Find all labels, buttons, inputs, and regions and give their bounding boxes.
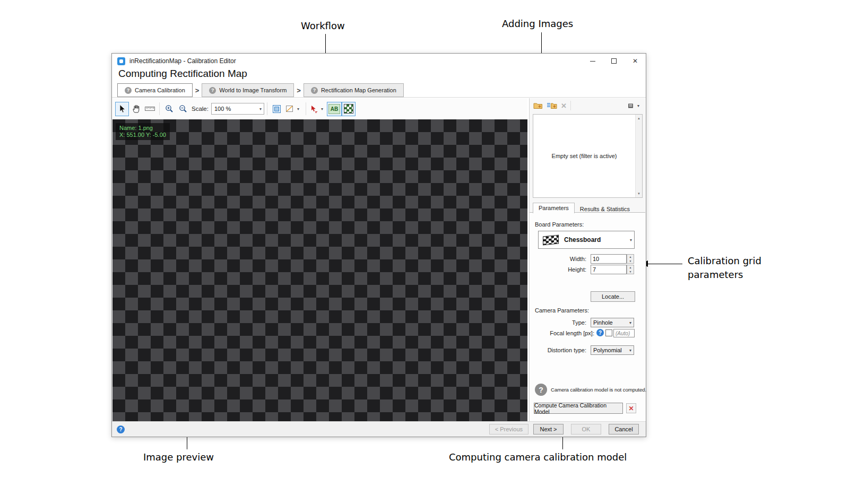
- screenshot-root: Workflow Adding Images Calibration grid …: [0, 0, 849, 504]
- empty-set-message: Empty set (filter is active): [533, 153, 635, 159]
- close-button[interactable]: ✕: [625, 54, 646, 68]
- maximize-button[interactable]: [603, 54, 625, 68]
- tab-world-to-image-transform[interactable]: ? World to Image Transform: [202, 83, 294, 97]
- add-image-series-button[interactable]: [547, 102, 557, 109]
- app-icon: [117, 57, 125, 65]
- pan-tool-button[interactable]: [129, 102, 143, 116]
- tab-results-statistics[interactable]: Results & Statistics: [575, 204, 635, 213]
- chevron-down-icon[interactable]: ▾: [257, 107, 264, 111]
- close-icon: ✕: [633, 57, 638, 65]
- annotation-adding-images: Adding Images: [502, 18, 573, 29]
- preview-cursor-coords: X: 551.00 Y: -5.00: [119, 132, 166, 138]
- tab-parameters[interactable]: Parameters: [533, 203, 575, 213]
- camera-type-value: Pinhole: [591, 319, 627, 326]
- zoom-out-button[interactable]: [176, 102, 190, 116]
- add-images-button[interactable]: [533, 102, 543, 109]
- help-icon[interactable]: ?: [117, 425, 125, 433]
- focal-length-input[interactable]: [613, 329, 635, 337]
- spinner-up-button[interactable]: ▲: [627, 265, 634, 270]
- help-icon: ?: [311, 87, 318, 94]
- help-icon: ?: [125, 87, 132, 94]
- help-icon: ?: [209, 87, 216, 94]
- select-tool-button[interactable]: [115, 102, 129, 116]
- view-options-button[interactable]: ▾: [628, 103, 642, 109]
- page-title: Computing Rectification Map: [118, 68, 247, 80]
- board-type-select[interactable]: Chessboard ▾: [538, 231, 635, 249]
- chevron-down-icon[interactable]: ▾: [295, 107, 301, 111]
- show-labels-button[interactable]: AB: [327, 102, 342, 116]
- annotation-computing-model: Computing camera calibration model: [449, 451, 627, 463]
- model-status-icon: ?: [535, 384, 547, 396]
- toolbar-separator: [306, 102, 306, 115]
- spinner-down-button[interactable]: ▼: [627, 259, 634, 263]
- image-list[interactable]: Empty set (filter is active) ▲ ▼: [533, 114, 643, 198]
- type-label: Type:: [530, 319, 586, 326]
- scroll-down-icon[interactable]: ▼: [637, 190, 640, 197]
- image-list-scrollbar[interactable]: ▲ ▼: [635, 115, 642, 197]
- chevron-down-icon[interactable]: ▾: [635, 103, 642, 108]
- add-series-icon: [547, 102, 557, 109]
- next-button[interactable]: Next >: [533, 424, 564, 435]
- measure-tool-button[interactable]: [143, 102, 157, 116]
- red-pointer-icon: [310, 105, 318, 113]
- calibration-editor-window: inRectificationMap - Calibration Editor …: [111, 53, 646, 437]
- preview-image-name: Name: 1.png: [119, 125, 166, 132]
- tab-separator-chevron: >: [195, 86, 200, 94]
- board-parameters-label: Board Parameters:: [535, 221, 584, 228]
- tab-separator-chevron: >: [297, 86, 301, 94]
- spinner-down-button[interactable]: ▼: [627, 270, 634, 274]
- minimize-button[interactable]: [582, 54, 603, 68]
- settings-pane: ✕ ▾ Empty set (filter is active) ▲ ▼ Par…: [529, 98, 645, 421]
- tab-label: Camera Calibration: [135, 87, 185, 93]
- scale-label: Scale:: [192, 106, 209, 112]
- annotation-image-preview: Image preview: [143, 451, 214, 463]
- fit-to-window-button[interactable]: [270, 102, 284, 116]
- distortion-type-value: Polynomial: [591, 347, 627, 353]
- previous-button[interactable]: < Previous: [489, 424, 529, 435]
- annotation-calibration-grid-line2: parameters: [688, 268, 761, 282]
- background-none-button[interactable]: ▾: [284, 102, 303, 116]
- compute-calibration-button[interactable]: Compute Camera Calibration Model: [534, 403, 623, 414]
- parameters-tab-strip: Parameters Results & Statistics: [533, 203, 635, 213]
- show-grid-overlay-button[interactable]: [342, 102, 356, 116]
- tab-label: Rectification Map Generation: [321, 87, 396, 93]
- height-input[interactable]: [591, 265, 627, 274]
- remove-image-button[interactable]: ✕: [561, 102, 567, 110]
- preview-pane: Scale: ▾ ▾ ▾ AB: [112, 98, 527, 421]
- tab-rectification-map-generation[interactable]: ? Rectification Map Generation: [304, 83, 404, 97]
- tab-camera-calibration[interactable]: ? Camera Calibration: [117, 83, 193, 97]
- clear-model-button[interactable]: ✕: [626, 403, 636, 413]
- scale-input[interactable]: [212, 106, 257, 112]
- annotation-calibration-grid-line: [647, 264, 682, 264]
- zoom-in-button[interactable]: [162, 102, 176, 116]
- width-spinner[interactable]: ▲ ▼: [627, 254, 634, 264]
- locate-button[interactable]: Locate...: [591, 291, 635, 302]
- workflow-tab-strip: ? Camera Calibration > ? World to Image …: [117, 83, 404, 97]
- camera-parameters-label: Camera Parameters:: [535, 307, 589, 314]
- focal-length-help-icon[interactable]: ?: [596, 329, 604, 336]
- titlebar[interactable]: inRectificationMap - Calibration Editor …: [112, 54, 646, 68]
- hand-icon: [132, 105, 140, 113]
- spinner-up-button[interactable]: ▲: [627, 255, 634, 259]
- model-status-message: Camera calibration model is not computed…: [551, 387, 646, 393]
- distortion-type-label: Distortion type:: [530, 347, 586, 353]
- chessboard-overlay-icon: [344, 104, 353, 114]
- scroll-up-icon[interactable]: ▲: [637, 115, 640, 122]
- image-preview-canvas[interactable]: Name: 1.png X: 551.00 Y: -5.00: [112, 119, 527, 421]
- camera-type-select[interactable]: Pinhole ▾: [591, 318, 634, 327]
- pointer-options-button[interactable]: ▾: [309, 102, 327, 116]
- width-label: Width:: [530, 256, 586, 262]
- distortion-type-select[interactable]: Polynomial ▾: [591, 345, 634, 355]
- chevron-down-icon[interactable]: ▾: [319, 107, 325, 111]
- cancel-button[interactable]: Cancel: [609, 424, 639, 435]
- preview-toolbar: Scale: ▾ ▾ ▾ AB: [112, 98, 527, 119]
- scale-combo[interactable]: ▾: [211, 103, 264, 115]
- annotation-workflow: Workflow: [301, 20, 345, 31]
- width-input[interactable]: [591, 254, 627, 264]
- focal-length-checkbox[interactable]: [605, 329, 612, 336]
- height-spinner[interactable]: ▲ ▼: [627, 265, 634, 274]
- ok-button[interactable]: OK: [571, 424, 601, 435]
- height-label: Height:: [530, 266, 586, 273]
- cursor-icon: [119, 105, 126, 113]
- preview-overlay-label: Name: 1.png X: 551.00 Y: -5.00: [116, 123, 170, 140]
